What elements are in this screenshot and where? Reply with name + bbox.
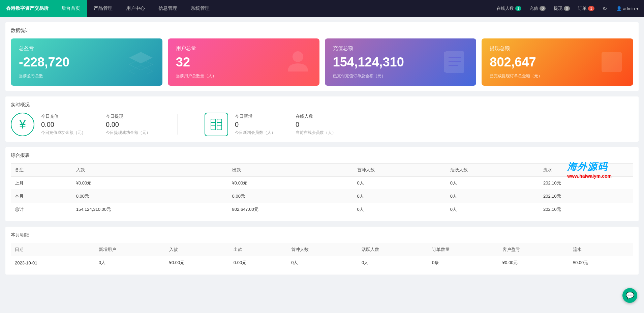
stat-cards: 总盈亏 -228,720 当前盈亏总数 用户总量 32 当前用 [11,38,633,86]
col-active: 活跃人数 [446,164,539,177]
stats-title: 数据统计 [11,28,633,34]
report-cell-flow: 202.10元 [539,203,633,216]
nav-item-home[interactable]: 后台首页 [55,0,87,17]
stat-card-3-name: 充值总额 [333,45,404,52]
realtime-new-users-sub: 今日新增会员数（人） [235,130,275,136]
refresh-button[interactable]: ↻ [599,5,611,12]
realtime-recharge-sub: 今日充值成功金额（元） [41,130,86,136]
col-outcome: 出款 [228,164,353,177]
monthly-cell-orders: 0条 [428,256,498,269]
svg-rect-12 [217,119,222,130]
nav-item-system[interactable]: 系统管理 [184,0,216,17]
report-cell-income: 154,124,310.00元 [72,203,228,216]
nav-recharge[interactable]: 充值 0 [525,0,550,17]
report-section: 综合报表 海外源码 www.haiwaiym.com 备注 入款 出款 首冲人数… [5,147,639,221]
nav-item-products[interactable]: 产品管理 [87,0,119,17]
realtime-finance-icon: ¥ [11,113,34,136]
monthly-cell-date: 2023-10-01 [11,256,95,269]
report-cell-outcome: 0.00元 [228,190,353,203]
monthly-cell-outcome: 0.00元 [229,256,287,269]
stat-card-2-name: 用户总量 [176,45,216,52]
realtime-online-sub: 当前在线会员数（人） [296,130,336,136]
monthly-col-new-users: 新增用户 [95,243,165,256]
recharge-badge: 0 [540,6,546,11]
report-table-body: 上月 ¥0.00元 ¥0.00元 0人 0人 202.10元 本月 0.00元 … [11,177,633,216]
realtime-content: ¥ 今日充值 0.00 今日充值成功金额（元） 今日提现 0.00 今日提现成功… [11,113,633,136]
svg-marker-0 [129,52,153,63]
withdraw-badge: 0 [564,6,570,11]
recharge-label: 充值 [529,5,538,11]
monthly-cell-first-recharge: 0人 [287,256,358,269]
realtime-online-value: 0 [296,121,336,129]
report-cell-label: 上月 [11,177,72,190]
yen-icon: ¥ [19,117,26,132]
realtime-online-label: 在线人数 [296,113,336,119]
nav-logo[interactable]: 香港数字资产交易所 [0,0,55,17]
stat-card-users: 用户总量 32 当前用户总数量（人） [168,38,319,86]
col-first-recharge: 首冲人数 [353,164,446,177]
realtime-recharge-metric: 今日充值 0.00 今日充值成功金额（元） [41,113,86,136]
main-content: 数据统计 总盈亏 -228,720 当前盈亏总数 [0,17,644,285]
report-cell-label: 总计 [11,203,72,216]
monthly-col-outcome: 出款 [229,243,287,256]
stat-card-profit: 总盈亏 -228,720 当前盈亏总数 [11,38,162,86]
navbar: 香港数字资产交易所 后台首页 产品管理 用户中心 信息管理 系统管理 在线人数 … [0,0,644,17]
report-cell-income: ¥0.00元 [72,177,228,190]
monthly-table-header: 日期 新增用户 入款 出款 首冲人数 活跃人数 订单数量 客户盈亏 流水 [11,243,633,256]
col-income: 入款 [72,164,228,177]
realtime-new-users-value: 0 [235,121,275,129]
stat-card-recharge: 充值总额 154,124,310 已支付充值订单总金额（元） [325,38,477,86]
realtime-withdraw-sub: 今日提现成功金额（元） [106,130,150,136]
nav-withdraw[interactable]: 提现 0 [550,0,574,17]
nav-item-users[interactable]: 用户中心 [119,0,152,17]
nav-user[interactable]: 👤 admin ▾ [611,6,644,11]
realtime-divider [177,114,178,135]
stat-card-4-desc: 已完成提现订单总金额（元） [490,73,542,79]
online-badge: 1 [515,6,521,11]
report-cell-label: 本月 [11,190,72,203]
monthly-table: 日期 新增用户 入款 出款 首冲人数 活跃人数 订单数量 客户盈亏 流水 202… [11,243,633,269]
monthly-table-body: 2023-10-01 0人 ¥0.00元 0.00元 0人 0人 0条 ¥0.0… [11,256,633,269]
realtime-title: 实时概况 [11,102,633,108]
realtime-users-icon [205,113,228,136]
question-icon: ? [598,49,625,76]
col-note: 备注 [11,164,72,177]
realtime-section: 实时概况 ¥ 今日充值 0.00 今日充值成功金额（元） 今日提现 0.00 今… [5,96,639,142]
monthly-col-active: 活跃人数 [358,243,428,256]
stat-card-1-name: 总盈亏 [19,45,69,52]
monthly-col-flow: 流水 [569,243,633,256]
report-table-row: 总计 154,124,310.00元 802,647.00元 0人 0人 202… [11,203,633,216]
report-cell-outcome: ¥0.00元 [228,177,353,190]
report-table-row: 本月 0.00元 0.00元 0人 0人 202.10元 [11,190,633,203]
order-label: 订单 [578,5,587,11]
report-cell-first-recharge: 0人 [353,190,446,203]
realtime-finance-metrics: 今日充值 0.00 今日充值成功金额（元） 今日提现 0.00 今日提现成功金额… [41,113,150,136]
monthly-table-row: 2023-10-01 0人 ¥0.00元 0.00元 0人 0人 0条 ¥0.0… [11,256,633,269]
report-table-header: 备注 入款 出款 首冲人数 活跃人数 流水 [11,164,633,177]
stat-card-1-desc: 当前盈亏总数 [19,73,69,79]
user-icon: 👤 [616,6,622,11]
monthly-section: 本月明细 日期 新增用户 入款 出款 首冲人数 活跃人数 订单数量 客户盈亏 流… [5,227,639,275]
realtime-online-metric: 在线人数 0 当前在线会员数（人） [296,113,336,136]
stat-card-1-left: 总盈亏 -228,720 当前盈亏总数 [19,45,69,79]
monthly-col-income: 入款 [165,243,229,256]
online-label: 在线人数 [496,5,514,11]
nav-order[interactable]: 订单 1 [574,0,598,17]
layers-icon [127,50,154,74]
nav-item-info[interactable]: 信息管理 [152,0,184,17]
stat-card-2-value: 32 [176,55,216,69]
stat-card-1-value: -228,720 [19,55,69,69]
stat-card-4-value: 802,647 [490,55,542,69]
nav-online-count[interactable]: 在线人数 1 [492,0,525,17]
report-cell-income: 0.00元 [72,190,228,203]
realtime-withdraw-value: 0.00 [106,121,150,129]
monthly-cell-profit: ¥0.00元 [498,256,569,269]
stats-section: 数据统计 总盈亏 -228,720 当前盈亏总数 [5,22,639,91]
realtime-recharge-value: 0.00 [41,121,86,129]
report-cell-first-recharge: 0人 [353,177,446,190]
stat-card-3-value: 154,124,310 [333,55,404,69]
monthly-col-profit: 客户盈亏 [498,243,569,256]
realtime-new-users-metric: 今日新增 0 今日新增会员数（人） [235,113,275,136]
user-icon [284,49,311,76]
stat-card-withdraw: 提现总额 802,647 已完成提现订单总金额（元） ? [482,38,633,86]
